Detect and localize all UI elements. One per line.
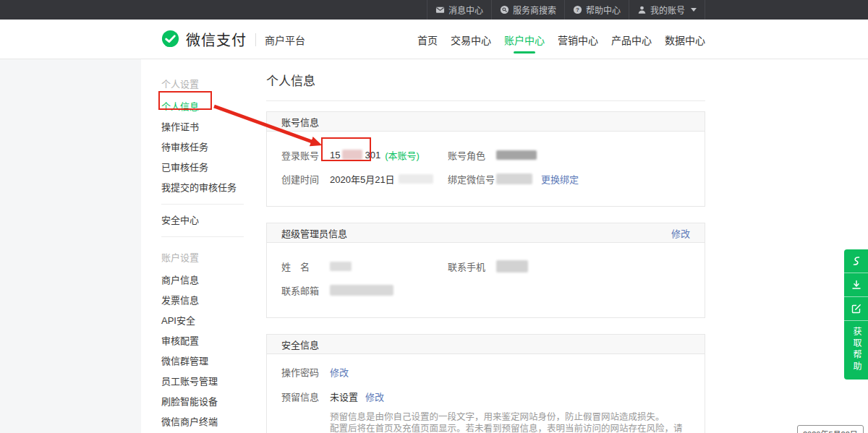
edit-admin-link[interactable]: 修改: [671, 226, 690, 240]
envelope-icon: [435, 5, 445, 14]
operation-password-label: 操作密码: [281, 365, 330, 379]
sidebar-item-pending-review-tasks[interactable]: 待审核任务: [141, 137, 250, 158]
sidebar-item-security-center[interactable]: 安全中心: [141, 210, 250, 231]
account-info-card: 账号信息 登录账号 15 301 (本账号): [266, 111, 705, 207]
login-account-value: 15 301: [330, 150, 380, 160]
redacted-admin-name: [330, 262, 352, 271]
question-circle-icon: ?: [573, 5, 582, 14]
contact-email-label: 联系邮箱: [281, 283, 330, 297]
topbar-my-account[interactable]: 我的账号: [629, 0, 705, 20]
nav-marketing-center[interactable]: 营销中心: [558, 33, 598, 47]
page-body: 个人设置 个人信息 操作证书 待审核任务 已审核任务 我提交的审核任务 安全中心…: [0, 59, 868, 433]
super-admin-card-header: 超级管理员信息 修改: [267, 223, 705, 243]
get-help-button[interactable]: 获取帮助: [844, 321, 868, 380]
edit-password-link[interactable]: 修改: [330, 365, 349, 379]
login-account-label: 登录账号: [281, 148, 330, 162]
nav-transaction-center[interactable]: 交易中心: [451, 33, 491, 47]
sidebar-divider: [161, 236, 244, 237]
account-role-label: 账号角色: [448, 148, 496, 162]
sidebar-item-personal-info[interactable]: 个人信息: [141, 97, 250, 117]
topbar-item-label: 帮助中心: [586, 4, 621, 16]
topbar: 消息中心 服务商搜索 ? 帮助中心 我的账号: [0, 0, 868, 20]
search-circle-icon: [500, 5, 509, 14]
download-icon: [851, 279, 862, 291]
wechat-pay-logo-icon: [161, 30, 180, 49]
sidebar-item-operation-certificate[interactable]: 操作证书: [141, 117, 250, 137]
sidebar-item-wechat-merchant-terminal[interactable]: 微信商户终端: [141, 412, 250, 432]
sidebar-item-staff-account-management[interactable]: 员工账号管理: [141, 372, 250, 392]
topbar-message-center[interactable]: 消息中心: [427, 0, 491, 20]
redacted-wechat-id: [496, 173, 532, 184]
nav-data-center[interactable]: 数据中心: [665, 33, 705, 47]
login-account-suffix: 301: [365, 150, 380, 160]
sidebar-item-merchant-info[interactable]: 商户信息: [141, 270, 250, 291]
sidebar-item-invoice-info[interactable]: 发票信息: [141, 291, 250, 311]
redacted-account-role: [496, 150, 537, 160]
sidebar-item-wechat-group-management[interactable]: 微信群管理: [141, 351, 250, 372]
user-icon: [637, 5, 647, 14]
nav-product-center[interactable]: 产品中心: [611, 33, 652, 47]
edit-icon: [851, 303, 862, 314]
admin-name-label: 姓 名: [281, 260, 330, 273]
sidebar: 个人设置 个人信息 操作证书 待审核任务 已审核任务 我提交的审核任务 安全中心…: [141, 59, 250, 433]
floating-help-widget: 获取帮助: [844, 249, 868, 380]
topbar-item-label: 服务商搜索: [513, 4, 556, 16]
security-info-card-header: 安全信息: [267, 335, 705, 354]
redacted-login-middle: [342, 150, 362, 160]
super-admin-card: 超级管理员信息 修改 姓 名 联系手机: [266, 223, 705, 318]
created-time-label: 创建时间: [281, 172, 330, 186]
change-binding-link[interactable]: 更换绑定: [541, 172, 579, 186]
reserved-info-label: 预留信息: [281, 390, 330, 403]
topbar-item-label: 我的账号: [650, 4, 685, 16]
brand-name: 微信支付: [186, 29, 247, 50]
brand-divider: [255, 33, 256, 46]
description-line: 配置后将在首页及充值页面显示。若未看到预留信息，表明当前访问的网站存在风险，请终…: [330, 424, 690, 433]
sidebar-section-account-settings: 账户设置: [141, 243, 250, 270]
header: 微信支付 商户平台 首页 交易中心 账户中心 营销中心 产品中心 数据中心: [0, 20, 868, 59]
brand-platform: 商户平台: [265, 33, 305, 47]
nav-account-center[interactable]: 账户中心: [504, 33, 545, 47]
login-account-prefix: 15: [330, 150, 340, 160]
chevron-down-icon: [691, 8, 697, 12]
topbar-help-center[interactable]: ? 帮助中心: [564, 0, 629, 20]
redacted-created-time: [399, 174, 433, 184]
sidebar-section-personal-settings: 个人设置: [141, 69, 250, 97]
security-info-card: 安全信息 操作密码 修改 预留信息 未设置 修改 预留信息: [266, 334, 705, 433]
reserved-info-description: 预留信息是由你自己设置的一段文字，用来鉴定网站身份，防止假冒网站造成损失。 配置…: [330, 412, 690, 433]
sidebar-item-reviewed-tasks[interactable]: 已审核任务: [141, 158, 250, 178]
redacted-contact-phone: [496, 260, 528, 273]
card-title: 安全信息: [281, 338, 319, 351]
redacted-contact-email: [330, 285, 393, 296]
sidebar-item-my-submitted-tasks[interactable]: 我提交的审核任务: [141, 178, 250, 198]
main-content: 个人信息 账号信息 登录账号 15 30: [250, 59, 868, 433]
feedback-button[interactable]: [844, 297, 868, 321]
download-button[interactable]: [844, 273, 868, 297]
customer-service-button[interactable]: [844, 249, 868, 273]
nav-home[interactable]: 首页: [417, 33, 438, 47]
current-account-note: (本账号): [385, 148, 420, 162]
sidebar-item-review-config[interactable]: 审核配置: [141, 331, 250, 351]
card-title: 超级管理员信息: [281, 226, 347, 240]
topbar-service-search[interactable]: 服务商搜索: [491, 0, 564, 20]
wechat-pay-merchant-portal: 消息中心 服务商搜索 ? 帮助中心 我的账号 微信支付 商户平台: [0, 0, 868, 433]
reserved-info-value: 未设置: [330, 390, 358, 403]
date-tooltip: 2020年5月22日: [797, 425, 864, 433]
edit-reserved-info-link[interactable]: 修改: [365, 390, 384, 403]
topbar-item-label: 消息中心: [448, 4, 483, 16]
created-time-value: 2020年5月21日: [330, 172, 395, 186]
brand: 微信支付 商户平台: [161, 20, 305, 59]
customer-service-icon: [851, 255, 862, 267]
page-title: 个人信息: [266, 71, 705, 101]
svg-text:?: ?: [576, 7, 579, 13]
account-info-card-header: 账号信息: [267, 112, 705, 132]
get-help-label: 获取帮助: [850, 327, 862, 373]
description-line: 预留信息是由你自己设置的一段文字，用来鉴定网站身份，防止假冒网站造成损失。: [330, 412, 690, 424]
sidebar-divider: [161, 204, 244, 205]
sidebar-item-face-smart-device[interactable]: 刷脸智能设备: [141, 392, 250, 412]
sidebar-item-api-security[interactable]: API安全: [141, 311, 250, 331]
main-nav: 首页 交易中心 账户中心 营销中心 产品中心 数据中心: [417, 20, 705, 59]
contact-phone-label: 联系手机: [448, 260, 496, 273]
card-title: 账号信息: [281, 115, 319, 129]
bound-wechat-label: 绑定微信号: [448, 172, 496, 186]
